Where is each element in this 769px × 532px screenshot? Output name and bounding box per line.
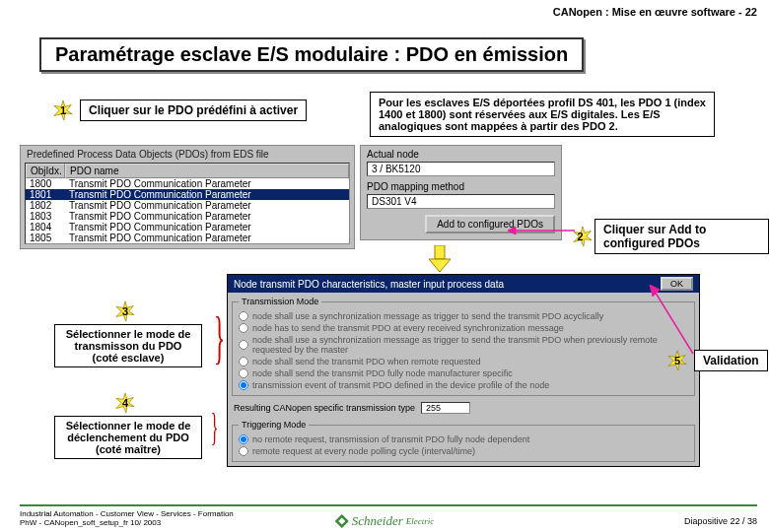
svg-marker-2 <box>508 227 516 234</box>
mapping-label: PDO mapping method <box>367 181 555 192</box>
svg-marker-5 <box>429 259 451 272</box>
arrow-down-icon <box>426 245 454 273</box>
result-value: 255 <box>421 402 470 414</box>
step-1-text: Cliquer sur le PDO prédéfini à activer <box>80 100 307 121</box>
table-row[interactable]: 1804Transmit PDO Communication Parameter <box>26 222 349 233</box>
step-2-badge: 2 <box>572 226 589 247</box>
step-5-badge: 5 <box>666 350 688 371</box>
trans-opt[interactable]: node shall use a synchronization message… <box>239 310 688 322</box>
step-3-badge: 3 <box>114 300 136 322</box>
table-row[interactable]: 1801Transmit PDO Communication Parameter <box>26 189 349 200</box>
brace-icon: } <box>211 404 219 450</box>
trans-opt[interactable]: node shall send the transmit PDO when re… <box>239 356 688 367</box>
step-4-badge: 4 <box>114 392 136 414</box>
doc-title: CANopen : Mise en œuvre software <box>553 6 735 18</box>
table-row[interactable]: 1805Transmit PDO Communication Parameter <box>26 233 349 243</box>
trans-opt[interactable]: node shall send the transmit PDO fully n… <box>239 367 688 379</box>
step-2-text: Cliquer sur Add to configured PDOs <box>594 219 769 254</box>
table-row[interactable]: 1800Transmit PDO Communication Parameter <box>26 178 349 189</box>
schneider-logo: SchneiderElectric <box>335 513 434 529</box>
svg-line-8 <box>654 290 693 354</box>
col-pdoname: PDO name <box>65 164 349 178</box>
logo-icon <box>335 514 349 528</box>
mapping-value[interactable]: DS301 V4 <box>367 194 555 209</box>
pdo-dialog: Node transmit PDO characteristics, maste… <box>227 274 700 467</box>
doc-page: 22 <box>745 6 757 18</box>
brace-icon: } <box>214 303 226 371</box>
step-3-text: Sélectionner le mode de transmisson du P… <box>54 324 202 367</box>
pdo-table[interactable]: ObjIdx. PDO name 1800Transmit PDO Commun… <box>25 163 350 244</box>
slide-number: Diapositive 22 / 38 <box>684 516 757 526</box>
step-4-text: Sélectionner le mode de déclenchement du… <box>54 416 202 459</box>
pdo-panel-title: Predefined Process Data Objects (PDOs) f… <box>21 146 354 163</box>
step-1-badge: 1 <box>52 100 74 121</box>
trans-opt[interactable]: transmission event of transmit PDO defin… <box>239 379 688 391</box>
arrow-step2 <box>508 225 575 236</box>
trans-opt[interactable]: node has to send the transmit PDO at eve… <box>239 322 688 334</box>
trig-opt[interactable]: remote request at every node polling cyc… <box>239 445 688 457</box>
actual-node-label: Actual node <box>367 149 555 160</box>
trans-opt[interactable]: node shall use a synchronization message… <box>239 334 688 356</box>
pdo-list-panel: Predefined Process Data Objects (PDOs) f… <box>20 145 355 249</box>
svg-marker-9 <box>650 285 660 297</box>
result-label: Resulting CANopen specific transmission … <box>234 403 415 413</box>
table-row[interactable]: 1802Transmit PDO Communication Parameter <box>26 200 349 211</box>
actual-node-value[interactable]: 3 / BK5120 <box>367 162 555 176</box>
info-note: Pour les esclaves E/S déportées profil D… <box>370 92 715 137</box>
trig-opt[interactable]: no remote request, transmission of trans… <box>239 433 688 445</box>
page-title: Paramétrage esclave E/S modulaire : PDO … <box>39 37 584 72</box>
svg-rect-4 <box>435 245 445 259</box>
col-objidx: ObjIdx. <box>26 164 65 178</box>
doc-header: CANopen : Mise en œuvre software - 22 <box>553 6 757 18</box>
step-5-text: Validation <box>694 350 768 371</box>
transmission-mode-group: Transmission Mode node shall use a synch… <box>232 297 695 396</box>
triggering-mode-group: Triggering Mode no remote request, trans… <box>232 420 695 462</box>
table-row[interactable]: 1803Transmit PDO Communication Parameter <box>26 211 349 222</box>
dialog-title: Node transmit PDO characteristics, maste… <box>234 279 504 290</box>
